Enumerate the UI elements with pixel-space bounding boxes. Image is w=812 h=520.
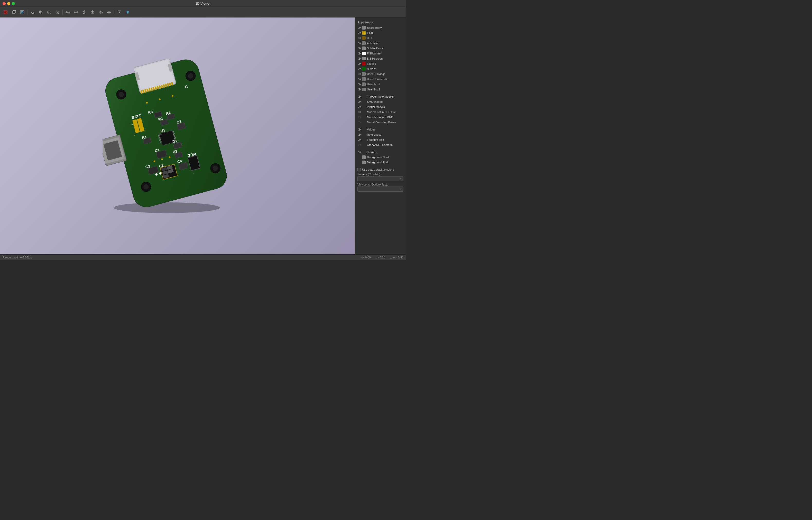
eye-icon xyxy=(358,62,361,66)
color-swatch xyxy=(362,155,366,159)
layer-item-1[interactable]: Background Start xyxy=(355,155,406,160)
appearance-title: Appearance xyxy=(355,20,406,25)
ortho-button[interactable] xyxy=(73,9,80,16)
color-swatch xyxy=(362,57,366,60)
svg-point-141 xyxy=(359,84,360,85)
eye-icon xyxy=(358,67,361,71)
viewports-dropdown[interactable]: ▼ xyxy=(358,186,403,192)
layer-item-11[interactable]: User.Eco1 xyxy=(355,82,406,87)
other-list: 3D Axis Background Start Background End xyxy=(355,150,406,165)
reset-view-x[interactable] xyxy=(97,9,104,16)
labels-list: Values References Footprint Text xyxy=(355,127,406,148)
zoom-out-button[interactable] xyxy=(46,9,53,16)
layer-item-4[interactable]: Models marked DNP xyxy=(355,114,406,120)
svg-point-131 xyxy=(359,58,360,59)
layer-label: Adhesive xyxy=(367,42,378,45)
layer-item-2[interactable]: Background End xyxy=(355,160,406,165)
layer-label: User.Eco2 xyxy=(367,88,380,91)
reset-view-y[interactable] xyxy=(105,9,112,16)
svg-point-153 xyxy=(358,122,361,123)
rotate-x-button[interactable] xyxy=(81,9,88,16)
viewports-arrow-icon: ▼ xyxy=(400,188,402,190)
color-swatch xyxy=(362,26,366,30)
presets-dropdown[interactable]: ▼ xyxy=(358,176,403,181)
layer-item-1[interactable]: F.Cu xyxy=(355,30,406,35)
board-view-button[interactable] xyxy=(116,9,123,16)
flip-board-button[interactable] xyxy=(64,9,72,16)
layer-label: User.Comments xyxy=(367,78,387,81)
layers-list: Board Body F.Cu B.Cu xyxy=(355,25,406,92)
svg-point-143 xyxy=(359,89,360,90)
layer-label: B.Mask xyxy=(367,67,376,70)
layer-item-0[interactable]: Through-hole Models xyxy=(355,94,406,99)
view-3d-button[interactable] xyxy=(19,9,26,16)
pcb-3d-view: + - BATT R5 R4 R3 xyxy=(103,59,231,213)
layer-item-2[interactable]: B.Cu xyxy=(355,35,406,41)
layer-item-4[interactable]: Solder Paste xyxy=(355,46,406,51)
color-swatch xyxy=(362,47,366,50)
section-divider-1 xyxy=(355,92,406,94)
svg-marker-25 xyxy=(126,12,129,14)
viewport[interactable]: + - BATT R5 R4 R3 xyxy=(0,18,355,254)
svg-point-157 xyxy=(359,134,360,135)
layer-item-3[interactable]: Adhesive xyxy=(355,41,406,46)
svg-line-7 xyxy=(42,13,43,14)
fullscreen-button[interactable] xyxy=(12,2,15,5)
zoom-fit-button[interactable] xyxy=(54,9,61,16)
close-button[interactable] xyxy=(3,2,6,5)
minimize-button[interactable] xyxy=(7,2,10,5)
layer-item-10[interactable]: User.Comments xyxy=(355,77,406,82)
refresh-button[interactable] xyxy=(29,9,36,16)
color-swatch xyxy=(362,143,366,147)
layer-label: User.Drawings xyxy=(367,73,386,76)
use-board-stackup-item[interactable]: Use board stackup colors xyxy=(355,167,406,172)
eye-icon xyxy=(358,95,361,98)
export-button[interactable] xyxy=(2,9,9,16)
layer-item-2[interactable]: Virtual Models xyxy=(355,104,406,109)
layer-item-3[interactable]: Models not in POS File xyxy=(355,109,406,114)
layer-label: Board Body xyxy=(367,26,382,29)
layer-label: SMD Models xyxy=(367,100,383,103)
layer-item-3[interactable]: Off-board Silkscreen xyxy=(355,142,406,148)
layer-item-12[interactable]: User.Eco2 xyxy=(355,87,406,92)
main-area: + - BATT R5 R4 R3 xyxy=(0,18,406,254)
models-list: Through-hole Models SMD Models Virtual M… xyxy=(355,94,406,125)
copy-button[interactable] xyxy=(10,9,18,16)
layer-item-8[interactable]: B.Mask xyxy=(355,66,406,72)
svg-line-15 xyxy=(56,11,57,12)
svg-point-149 xyxy=(359,106,360,107)
color-swatch xyxy=(362,150,366,154)
color-swatch xyxy=(362,72,366,76)
layer-item-0[interactable]: Board Body xyxy=(355,25,406,30)
zoom-in-button[interactable] xyxy=(37,9,45,16)
layer-label: Solder Paste xyxy=(367,47,383,50)
svg-point-159 xyxy=(359,139,360,140)
svg-point-137 xyxy=(359,74,360,75)
color-swatch xyxy=(362,31,366,35)
layer-label: B.Cu xyxy=(367,36,373,40)
rotate-y-button[interactable] xyxy=(89,9,96,16)
layer-label: Virtual Models xyxy=(367,105,385,108)
layer-item-9[interactable]: User.Drawings xyxy=(355,72,406,77)
layer-item-6[interactable]: B.Silkscreen xyxy=(355,56,406,61)
layer-view-button[interactable] xyxy=(124,9,131,16)
color-swatch xyxy=(362,62,366,66)
layer-label: Off-board Silkscreen xyxy=(367,144,393,147)
right-panel: Appearance Board Body F.Cu xyxy=(355,18,406,254)
layer-item-5[interactable]: Model Bounding Boxes xyxy=(355,120,406,125)
layer-item-1[interactable]: References xyxy=(355,132,406,137)
layer-item-0[interactable]: Values xyxy=(355,127,406,132)
layer-item-1[interactable]: SMD Models xyxy=(355,99,406,104)
use-board-stackup-checkbox[interactable] xyxy=(358,168,361,171)
layer-item-2[interactable]: Footprint Text xyxy=(355,137,406,142)
eye-icon xyxy=(358,105,361,109)
eye-icon xyxy=(358,42,361,45)
section-divider-3 xyxy=(355,148,406,150)
eye-icon xyxy=(358,77,361,81)
layer-item-0[interactable]: 3D Axis xyxy=(355,150,406,155)
separator-3 xyxy=(114,10,114,15)
layer-item-7[interactable]: F.Mask xyxy=(355,61,406,66)
viewports-label: Viewports (Option+Tab): xyxy=(358,183,403,186)
layer-label: Values xyxy=(367,128,375,131)
layer-item-5[interactable]: F.Silkscreen xyxy=(355,51,406,56)
